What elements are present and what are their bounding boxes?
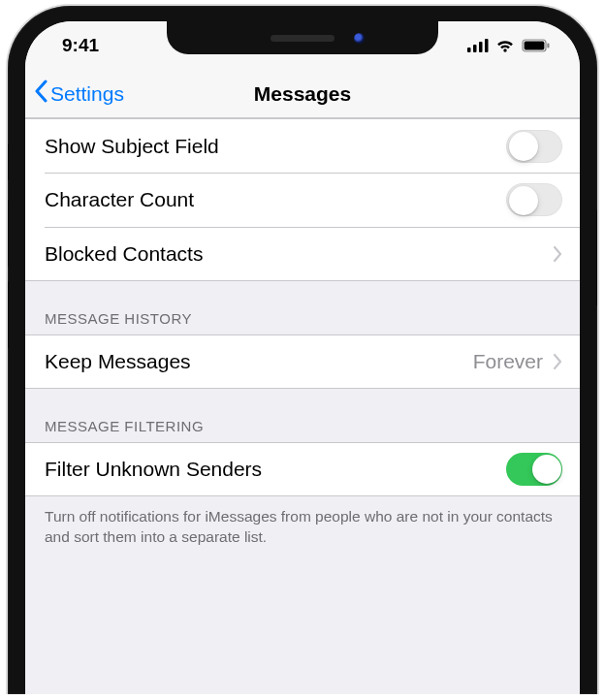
toggle-show-subject-field[interactable] xyxy=(506,130,562,163)
toggle-knob xyxy=(509,186,538,215)
row-blocked-contacts[interactable]: Blocked Contacts xyxy=(25,227,580,281)
row-value: Forever xyxy=(473,350,543,373)
cellular-icon xyxy=(467,39,489,52)
row-label: Blocked Contacts xyxy=(45,242,203,266)
screen: 9:41 xyxy=(25,21,580,694)
svg-rect-0 xyxy=(467,48,471,52)
notch xyxy=(167,21,438,54)
volume-down-button xyxy=(8,281,9,349)
back-label: Settings xyxy=(50,82,124,106)
svg-rect-3 xyxy=(485,39,489,52)
row-show-subject-field[interactable]: Show Subject Field xyxy=(25,118,580,173)
battery-icon xyxy=(522,39,551,52)
chevron-right-icon xyxy=(553,353,562,370)
svg-point-4 xyxy=(503,48,506,51)
toggle-knob xyxy=(532,455,561,484)
svg-rect-2 xyxy=(479,42,483,52)
volume-up-button xyxy=(8,200,9,268)
toggle-character-count[interactable] xyxy=(506,183,562,216)
row-label: Keep Messages xyxy=(45,350,191,373)
ringer-switch xyxy=(8,143,9,180)
device-frame: 9:41 xyxy=(8,6,597,694)
section-header-message-history: Message History xyxy=(25,281,580,334)
back-button[interactable]: Settings xyxy=(25,80,124,108)
row-filter-unknown-senders[interactable]: Filter Unknown Senders xyxy=(25,442,580,496)
chevron-left-icon xyxy=(33,80,50,108)
svg-rect-1 xyxy=(473,45,477,52)
side-button xyxy=(596,209,597,306)
chevron-right-icon xyxy=(553,245,562,263)
front-camera xyxy=(354,33,365,44)
row-label: Filter Unknown Senders xyxy=(45,458,262,481)
toggle-filter-unknown-senders[interactable] xyxy=(506,453,562,486)
section-header-message-filtering: Message Filtering xyxy=(25,389,580,442)
row-label: Character Count xyxy=(45,188,194,211)
row-character-count[interactable]: Character Count xyxy=(25,173,580,227)
navigation-bar: Settings Messages xyxy=(25,70,580,118)
page-title: Messages xyxy=(254,82,351,106)
wifi-icon xyxy=(495,39,515,52)
row-keep-messages[interactable]: Keep Messages Forever xyxy=(25,334,580,389)
toggle-knob xyxy=(509,132,538,161)
svg-rect-6 xyxy=(525,42,545,50)
section-footer-message-filtering: Turn off notifications for iMessages fro… xyxy=(25,496,580,567)
status-time: 9:41 xyxy=(62,35,99,56)
svg-rect-7 xyxy=(547,44,549,48)
row-label: Show Subject Field xyxy=(45,135,219,158)
speaker-grille xyxy=(271,35,334,42)
